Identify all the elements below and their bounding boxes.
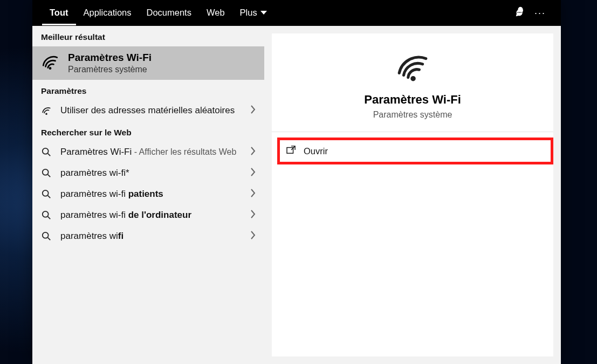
chevron-right-icon [250, 231, 256, 242]
search-panel: Tout Applications Documents Web Plus ···… [32, 0, 561, 364]
section-settings: Paramètres [32, 80, 264, 100]
settings-item-random-mac[interactable]: Utiliser des adresses matérielles aléato… [32, 100, 264, 121]
chevron-right-icon [250, 105, 256, 116]
feedback-icon[interactable] [511, 6, 530, 20]
web-result-0[interactable]: Paramètres Wi-Fi - Afficher les résultat… [32, 142, 264, 163]
svg-line-7 [48, 196, 51, 198]
chevron-right-icon [250, 189, 256, 200]
svg-point-0 [49, 67, 52, 70]
svg-point-6 [43, 190, 49, 196]
preview-subtitle: Paramètres système [373, 110, 452, 120]
wifi-icon [395, 51, 430, 84]
chevron-down-icon [260, 11, 267, 15]
results-column: Meilleur résultat Paramètres Wi-Fi Param… [32, 26, 264, 364]
open-button[interactable]: Ouvrir [277, 138, 553, 164]
open-button-label: Ouvrir [304, 146, 328, 156]
search-tabs: Tout Applications Documents Web Plus ··· [32, 0, 561, 26]
section-web-search: Rechercher sur le Web [32, 121, 264, 142]
search-icon [41, 189, 52, 199]
chevron-right-icon [250, 168, 256, 178]
web-result-label: Paramètres Wi-Fi - Afficher les résultat… [60, 146, 242, 159]
svg-point-1 [45, 113, 47, 115]
tab-applications[interactable]: Applications [76, 1, 139, 25]
best-result[interactable]: Paramètres Wi-Fi Paramètres système [32, 46, 264, 80]
tab-more[interactable]: Plus [232, 1, 275, 25]
svg-line-11 [48, 238, 51, 241]
web-result-4[interactable]: paramètres wifi [32, 226, 264, 247]
svg-rect-13 [287, 148, 293, 154]
svg-point-4 [43, 169, 49, 175]
web-result-3[interactable]: paramètres wi-fi de l'ordinateur [32, 205, 264, 226]
best-result-title: Paramètres Wi-Fi [68, 52, 152, 64]
section-best-result: Meilleur résultat [32, 26, 264, 46]
chevron-right-icon [250, 147, 256, 157]
wifi-icon [41, 54, 59, 72]
web-result-label: paramètres wi-fi de l'ordinateur [60, 209, 242, 222]
web-result-label: paramètres wi-fi patients [60, 188, 242, 201]
svg-point-2 [43, 148, 49, 154]
best-result-text: Paramètres Wi-Fi Paramètres système [68, 52, 152, 74]
web-result-label: paramètres wifi [60, 230, 242, 243]
search-icon [41, 210, 52, 220]
preview-pane: Paramètres Wi-Fi Paramètres système Ouvr… [272, 33, 553, 356]
search-icon [41, 168, 52, 178]
svg-point-12 [410, 76, 415, 81]
best-result-subtitle: Paramètres système [68, 65, 152, 74]
tab-web[interactable]: Web [199, 1, 232, 25]
wifi-icon [41, 106, 52, 115]
search-icon [41, 231, 52, 241]
svg-line-3 [48, 154, 51, 156]
svg-point-10 [43, 232, 49, 238]
chevron-right-icon [250, 210, 256, 221]
web-result-1[interactable]: paramètres wi-fi* [32, 163, 264, 184]
tab-all[interactable]: Tout [42, 1, 76, 25]
tab-more-label: Plus [240, 8, 257, 18]
svg-line-9 [48, 217, 51, 219]
web-result-label: paramètres wi-fi* [60, 167, 242, 180]
settings-item-label: Utiliser des adresses matérielles aléato… [60, 105, 242, 117]
svg-line-5 [48, 175, 51, 177]
preview-title: Paramètres Wi-Fi [364, 93, 461, 107]
search-icon [41, 147, 52, 157]
web-result-2[interactable]: paramètres wi-fi patients [32, 184, 264, 205]
svg-point-8 [43, 211, 49, 217]
preview-header: Paramètres Wi-Fi Paramètres système [272, 33, 553, 132]
tab-documents[interactable]: Documents [139, 1, 199, 25]
more-options-icon[interactable]: ··· [530, 8, 550, 19]
open-external-icon [286, 146, 296, 156]
